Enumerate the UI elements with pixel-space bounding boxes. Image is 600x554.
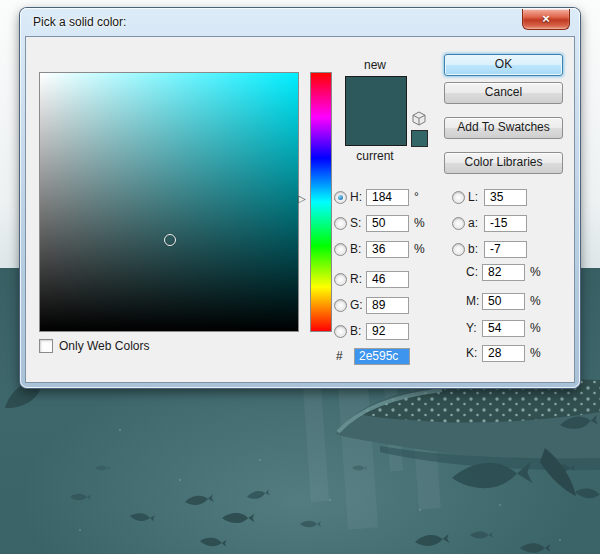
- field-row-k: K: %: [452, 344, 541, 362]
- input-m[interactable]: [482, 293, 525, 310]
- add-to-swatches-button[interactable]: Add To Swatches: [444, 117, 563, 139]
- label-lab-b: b:: [468, 242, 484, 256]
- unit-c: %: [530, 265, 541, 279]
- unit-b: %: [414, 242, 425, 256]
- hue-slider-left-arrow-icon[interactable]: ▷: [298, 194, 306, 204]
- dialog-client-area: ▷ ◁ new current H: ° S: %: [25, 36, 575, 383]
- radio-lab-b[interactable]: [452, 243, 465, 256]
- ok-button[interactable]: OK: [444, 54, 563, 76]
- field-row-lab-b: b:: [452, 240, 532, 258]
- label-g: G:: [350, 298, 366, 312]
- color-field-marker[interactable]: [164, 234, 176, 246]
- input-lab-b[interactable]: [484, 241, 527, 258]
- field-row-b: B: %: [334, 240, 425, 258]
- color-libraries-button[interactable]: Color Libraries: [444, 152, 563, 174]
- current-color-swatch[interactable]: [346, 111, 406, 145]
- current-color-label: current: [344, 149, 406, 163]
- field-row-s: S: %: [334, 214, 425, 232]
- label-a: a:: [468, 216, 484, 230]
- field-row-m: M: %: [452, 292, 541, 310]
- radio-s[interactable]: [334, 217, 347, 230]
- input-r[interactable]: [366, 271, 409, 288]
- color-picker-dialog: Pick a solid color: × ▷ ◁ new current: [20, 8, 580, 388]
- label-y: Y:: [466, 321, 482, 335]
- close-button[interactable]: ×: [522, 9, 570, 30]
- unit-m: %: [530, 294, 541, 308]
- field-row-c: C: %: [452, 263, 541, 281]
- saturation-brightness-field[interactable]: [39, 72, 299, 332]
- radio-g[interactable]: [334, 299, 347, 312]
- input-b[interactable]: [366, 241, 409, 258]
- field-row-h: H: °: [334, 188, 419, 206]
- unit-k: %: [530, 346, 541, 360]
- hue-slider[interactable]: [310, 72, 332, 332]
- only-web-colors-row: Only Web Colors: [39, 339, 149, 353]
- cancel-button[interactable]: Cancel: [444, 82, 563, 104]
- hex-field-row: #: [336, 347, 410, 365]
- dialog-title: Pick a solid color:: [33, 15, 126, 29]
- field-row-y: Y: %: [452, 319, 541, 337]
- label-l: L:: [468, 190, 484, 204]
- radio-r[interactable]: [334, 273, 347, 286]
- field-row-b2: B:: [334, 322, 414, 340]
- unit-h: °: [414, 190, 419, 204]
- new-color-swatch: [346, 77, 406, 111]
- unit-y: %: [530, 321, 541, 335]
- close-icon: ×: [542, 11, 550, 26]
- label-b: B:: [350, 242, 366, 256]
- label-m: M:: [466, 294, 482, 308]
- input-y[interactable]: [482, 320, 525, 337]
- unit-s: %: [414, 216, 425, 230]
- input-a[interactable]: [484, 215, 527, 232]
- color-compare-swatch: [345, 76, 407, 146]
- field-row-a: a:: [452, 214, 532, 232]
- radio-h[interactable]: [334, 191, 347, 204]
- radio-l[interactable]: [452, 191, 465, 204]
- label-r: R:: [350, 272, 366, 286]
- field-row-g: G:: [334, 296, 414, 314]
- input-g[interactable]: [366, 297, 409, 314]
- new-color-label: new: [344, 58, 406, 72]
- field-row-l: L:: [452, 188, 532, 206]
- only-web-colors-checkbox[interactable]: [39, 339, 53, 353]
- field-row-r: R:: [334, 270, 414, 288]
- websafe-color-swatch[interactable]: [411, 130, 428, 147]
- input-b2[interactable]: [366, 323, 409, 340]
- label-s: S:: [350, 216, 366, 230]
- hex-input[interactable]: [354, 348, 410, 365]
- radio-b2[interactable]: [334, 325, 347, 338]
- only-web-colors-label: Only Web Colors: [59, 339, 149, 353]
- input-c[interactable]: [482, 264, 525, 281]
- websafe-warning-cube-icon[interactable]: [410, 110, 428, 128]
- input-s[interactable]: [366, 215, 409, 232]
- label-b2: B:: [350, 324, 366, 338]
- radio-a[interactable]: [452, 217, 465, 230]
- dialog-titlebar[interactable]: Pick a solid color:: [20, 8, 580, 36]
- label-h: H:: [350, 190, 366, 204]
- input-h[interactable]: [366, 189, 409, 206]
- label-c: C:: [466, 265, 482, 279]
- input-l[interactable]: [484, 189, 527, 206]
- label-k: K:: [466, 346, 482, 360]
- input-k[interactable]: [482, 345, 525, 362]
- radio-b[interactable]: [334, 243, 347, 256]
- hex-prefix-label: #: [336, 349, 354, 363]
